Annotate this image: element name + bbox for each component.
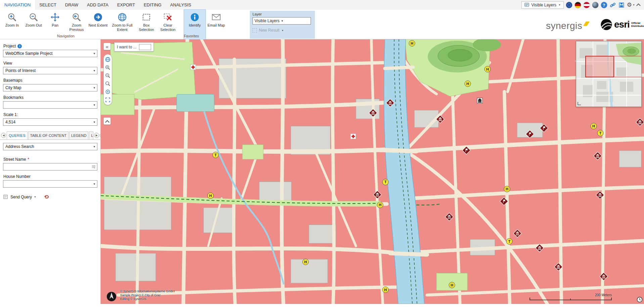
- zoom-out-icon: [29, 12, 39, 22]
- map-view[interactable]: HHHHHHHHHHTTTT « I want to ...: [101, 39, 644, 304]
- marker-hotel[interactable]: H: [485, 66, 491, 72]
- north-arrow[interactable]: [106, 291, 117, 302]
- zoom-in-icon: [7, 12, 17, 22]
- send-query-button[interactable]: Send Query: [10, 195, 32, 199]
- marker-hotel[interactable]: H: [409, 40, 415, 46]
- map-zoom-in-button[interactable]: [104, 64, 111, 71]
- overview-globe-button[interactable]: [104, 56, 111, 63]
- marker-hotel[interactable]: H: [303, 259, 309, 265]
- scale-label: Scale 1:: [3, 112, 97, 117]
- settings-gear-button[interactable]: ⚙ ▼: [627, 2, 635, 8]
- menubar-right-cluster: Visible Layers ▼ ⚙ ▼: [521, 0, 644, 10]
- group-label-navigation: Navigation: [49, 34, 83, 38]
- marker-theater[interactable]: [477, 98, 482, 103]
- svg-text:H: H: [209, 194, 212, 198]
- marker-hotel[interactable]: H: [382, 287, 388, 293]
- menu-tab-draw[interactable]: DRAW: [61, 0, 83, 10]
- street-name-field[interactable]: [4, 164, 91, 170]
- zoom-full-extent-button[interactable]: Zoom to Full Extent: [109, 10, 136, 39]
- bookmarks-select[interactable]: ▼: [3, 101, 97, 109]
- house-number-select[interactable]: ▼: [3, 180, 97, 188]
- germany-flag-icon[interactable]: [574, 2, 581, 8]
- svg-text:H: H: [506, 187, 508, 191]
- collapse-ribbon-button[interactable]: [636, 3, 641, 8]
- marker-tram[interactable]: T: [506, 238, 512, 244]
- email-icon: [211, 12, 221, 22]
- i-want-to-input[interactable]: [139, 44, 151, 50]
- link-icon[interactable]: [609, 2, 616, 8]
- austria-flag-icon[interactable]: [583, 2, 590, 8]
- svg-text:T: T: [384, 180, 387, 184]
- marker-cross[interactable]: [351, 134, 356, 139]
- map-zoom-window-button[interactable]: [104, 80, 111, 87]
- info-icon[interactable]: i: [17, 44, 22, 48]
- marker-hotel[interactable]: H: [208, 193, 214, 199]
- query-type-select[interactable]: Address Search ▼: [3, 143, 97, 150]
- chevron-down-icon: ▼: [279, 20, 285, 23]
- menu-tab-add-data[interactable]: ADD DATA: [83, 0, 113, 10]
- scale-select[interactable]: 4,514 ▼: [3, 118, 97, 126]
- clock-icon[interactable]: [637, 297, 643, 303]
- view-label: View: [3, 61, 97, 66]
- map-center-button[interactable]: [104, 88, 111, 95]
- view-select[interactable]: Points of Interest ▼: [3, 67, 97, 74]
- marker-hotel[interactable]: H: [449, 282, 455, 288]
- map-zoom-out-button[interactable]: [104, 72, 111, 79]
- layer-select[interactable]: Visible Layers ▼: [252, 17, 311, 25]
- zoom-in-button[interactable]: Zoom In: [1, 10, 23, 39]
- i-want-to-box[interactable]: I want to ...: [114, 42, 154, 51]
- menu-tab-editing[interactable]: EDITING: [139, 0, 166, 10]
- street-name-input[interactable]: [3, 163, 97, 170]
- eu-flag-icon[interactable]: [566, 2, 572, 8]
- save-icon[interactable]: [618, 2, 625, 8]
- marker-hotel[interactable]: H: [465, 81, 471, 87]
- tabs-scroll-right-button[interactable]: ▶: [94, 133, 99, 138]
- box-selection-button[interactable]: Box Selection: [136, 10, 157, 39]
- overview-map[interactable]: [576, 41, 642, 107]
- marker-tram[interactable]: T: [213, 152, 219, 158]
- sidebar-collapse-button[interactable]: «: [103, 43, 111, 50]
- tab-queries[interactable]: QUERIES: [7, 131, 28, 140]
- chevron-down-icon: ▼: [92, 69, 97, 72]
- help-icon[interactable]: [601, 2, 607, 8]
- full-extent-globe-icon: [117, 12, 127, 22]
- map-full-extent-button[interactable]: [104, 97, 111, 103]
- marker-tram[interactable]: T: [597, 130, 603, 136]
- project-select[interactable]: WebOffice Sample Project ▼: [3, 50, 97, 57]
- map-tools-collapse-button[interactable]: [103, 117, 111, 125]
- marker-hotel[interactable]: H: [504, 186, 510, 192]
- language-globe-icon[interactable]: [592, 2, 599, 8]
- visible-layers-button[interactable]: Visible Layers ▼: [521, 1, 563, 9]
- tab-table-of-content[interactable]: TABLE OF CONTENT: [28, 131, 69, 140]
- reset-query-button[interactable]: [44, 194, 50, 199]
- marker-hotel[interactable]: H: [377, 202, 383, 208]
- clear-selection-icon: [163, 12, 173, 22]
- menu-tab-analysis[interactable]: ANALYSIS: [166, 0, 196, 10]
- esri-logo: esri Official Distributor: [600, 18, 644, 31]
- input-list-icon[interactable]: [91, 164, 96, 169]
- zoom-out-button[interactable]: Zoom Out: [23, 10, 44, 39]
- tab-clipped[interactable]: L: [89, 131, 93, 140]
- map-canvas[interactable]: HHHHHHHHHHTTTT: [101, 39, 644, 304]
- marker-tram[interactable]: T: [382, 179, 388, 185]
- menu-tab-select[interactable]: SELECT: [35, 0, 61, 10]
- tab-legend[interactable]: LEGEND: [69, 131, 88, 140]
- email-map-button[interactable]: Email Map: [205, 10, 227, 39]
- tabs-scroll-left-button[interactable]: ◀: [1, 133, 6, 138]
- svg-text:H: H: [304, 260, 307, 264]
- chevron-down-icon: ▼: [92, 183, 97, 186]
- basemaps-select[interactable]: City Map ▼: [3, 84, 97, 91]
- chevron-down-icon: ▼: [92, 104, 97, 107]
- menu-tab-navigation[interactable]: NAVIGATION: [0, 0, 35, 10]
- marker-cross[interactable]: [190, 65, 196, 70]
- svg-text:H: H: [592, 124, 595, 128]
- next-extent-button[interactable]: Next Extent: [87, 10, 109, 39]
- tabs-add-button[interactable]: +: [100, 133, 100, 138]
- menu-tab-export[interactable]: EXPORT: [113, 0, 139, 10]
- group-label-favorites: Favorites: [175, 34, 208, 38]
- marker-hotel[interactable]: H: [591, 123, 597, 129]
- synergis-logo: synergis: [546, 21, 588, 31]
- ribbon: Zoom In Zoom Out Pan Zoom Previous Next …: [0, 10, 644, 39]
- menu-tabs: NAVIGATION SELECT DRAW ADD DATA EXPORT E…: [0, 0, 195, 10]
- street-name-label: Street Name *: [3, 157, 97, 162]
